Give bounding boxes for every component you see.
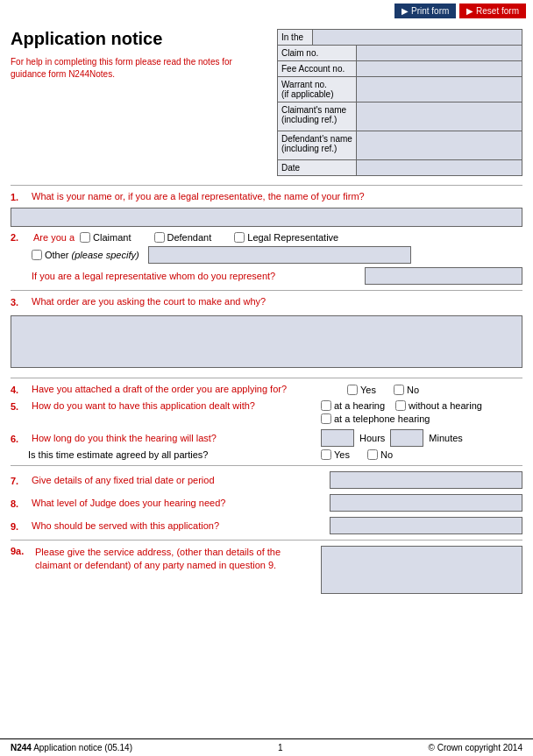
claim-no-label: Claim no. bbox=[278, 46, 357, 60]
q2-defendant-label: Defendant bbox=[167, 232, 212, 243]
q2-defendant-option[interactable]: Defendant bbox=[154, 232, 212, 243]
legal-rep-question: If you are a legal representative whom d… bbox=[11, 271, 365, 281]
q9a-textarea[interactable] bbox=[321, 546, 522, 594]
q6-text: How long do you think the hearing will l… bbox=[32, 433, 321, 443]
q9-input[interactable] bbox=[330, 517, 522, 534]
q6-yes-option[interactable]: Yes bbox=[321, 449, 350, 460]
q4-text: Have you attached a draft of the order y… bbox=[32, 384, 347, 394]
q4-no-label: No bbox=[407, 385, 419, 395]
legal-rep-input[interactable] bbox=[365, 267, 522, 285]
defendant-value[interactable] bbox=[357, 131, 522, 159]
q2-label: Are you a bbox=[33, 232, 75, 243]
q6-sub-question: Is this time estimate agreed by all part… bbox=[28, 449, 208, 460]
q6-no-checkbox[interactable] bbox=[367, 449, 378, 460]
q2-other-input[interactable] bbox=[148, 246, 411, 264]
q9a-section: 9a. Please give the service address, (ot… bbox=[11, 546, 522, 594]
q6-no-label: No bbox=[380, 449, 393, 460]
reset-button[interactable]: ▶ Reset form bbox=[459, 4, 526, 18]
q3-text: What order are you asking the court to m… bbox=[32, 296, 522, 307]
q8-text: What level of Judge does your hearing ne… bbox=[32, 498, 330, 508]
in-the-input[interactable] bbox=[316, 32, 518, 42]
q9a-num: 9a. bbox=[11, 546, 35, 556]
q7-text: Give details of any fixed trial date or … bbox=[32, 475, 330, 485]
help-text: For help in completing this form please … bbox=[11, 56, 266, 81]
q2-legalrep-checkbox[interactable] bbox=[234, 232, 245, 243]
q8-num: 8. bbox=[11, 498, 28, 509]
q2-other-checkbox[interactable] bbox=[32, 250, 42, 260]
court-info-box: In the Claim no. Fee Account no. Warrant… bbox=[277, 29, 522, 176]
q4-yes-label: Yes bbox=[360, 385, 376, 395]
q2-claimant-option[interactable]: Claimant bbox=[80, 232, 131, 243]
q7-section: 7. Give details of any fixed trial date … bbox=[11, 471, 522, 489]
q1-input[interactable] bbox=[11, 208, 522, 227]
q5-text: How do you want to have this application… bbox=[32, 400, 321, 411]
q4-yes-checkbox[interactable] bbox=[347, 385, 358, 395]
top-bar: ▶ Print form ▶ Reset form bbox=[0, 0, 533, 22]
q3-num: 3. bbox=[11, 297, 28, 307]
q2-legalrep-option[interactable]: Legal Representative bbox=[234, 232, 338, 243]
q8-input[interactable] bbox=[330, 494, 522, 512]
q5-hearing-option[interactable]: at a hearing bbox=[321, 400, 385, 411]
q5-hearing-checkbox[interactable] bbox=[321, 400, 331, 411]
q6-no-option[interactable]: No bbox=[367, 449, 393, 460]
q5-telephone-label: at a telephone hearing bbox=[334, 413, 430, 424]
claimant-value[interactable] bbox=[357, 102, 522, 131]
q3-section: 3. What order are you asking the court t… bbox=[11, 296, 522, 372]
q9-num: 9. bbox=[11, 521, 28, 532]
q8-section: 8. What level of Judge does your hearing… bbox=[11, 494, 522, 512]
q2-claimant-checkbox[interactable] bbox=[80, 232, 90, 243]
q4-section: 4. Have you attached a draft of the orde… bbox=[11, 384, 522, 395]
date-label: Date bbox=[278, 160, 357, 175]
q2-other-label: Other (please specify) bbox=[45, 250, 139, 260]
q2-claimant-label: Claimant bbox=[93, 232, 131, 243]
q4-yes-option[interactable]: Yes bbox=[347, 385, 376, 395]
q6-minutes-input[interactable] bbox=[390, 429, 423, 447]
date-value[interactable] bbox=[357, 160, 522, 175]
q6-minutes-label: Minutes bbox=[429, 433, 463, 443]
q7-input[interactable] bbox=[330, 471, 522, 489]
defendant-label: Defendant's name (including ref.) bbox=[278, 131, 357, 159]
footer: N244 Application notice (05.14) 1 © Crow… bbox=[0, 738, 533, 756]
q5-section: 5. How do you want to have this applicat… bbox=[11, 400, 522, 424]
q4-no-checkbox[interactable] bbox=[394, 385, 404, 395]
footer-copyright: © Crown copyright 2014 bbox=[429, 743, 522, 752]
in-the-label: In the bbox=[278, 30, 313, 45]
claimant-label: Claimant's name (including ref.) bbox=[278, 102, 357, 131]
q6-num: 6. bbox=[11, 434, 28, 444]
q2-section: 2. Are you a Claimant Defendant Legal Re… bbox=[11, 232, 522, 285]
q5-telephone-option[interactable]: at a telephone hearing bbox=[321, 413, 430, 424]
q5-without-label: without a hearing bbox=[409, 400, 482, 411]
q4-no-option[interactable]: No bbox=[394, 385, 419, 395]
footer-form-title: Application notice (05.14) bbox=[33, 743, 132, 752]
q2-num: 2. bbox=[11, 232, 28, 243]
q5-num: 5. bbox=[11, 401, 28, 412]
q3-textarea[interactable] bbox=[11, 315, 522, 368]
fee-account-label: Fee Account no. bbox=[278, 61, 357, 76]
page-title: Application notice bbox=[11, 29, 266, 49]
q5-hearing-label: at a hearing bbox=[334, 400, 385, 411]
q6-hours-label: Hours bbox=[359, 433, 385, 443]
fee-account-value[interactable] bbox=[357, 61, 522, 76]
q1-section: 1. What is your name or, if you are a le… bbox=[11, 191, 522, 227]
warrant-label: Warrant no. (if applicable) bbox=[278, 77, 357, 102]
print-button[interactable]: ▶ Print form bbox=[394, 4, 456, 18]
q1-text: What is your name or, if you are a legal… bbox=[32, 191, 522, 201]
q6-hours-input[interactable] bbox=[321, 429, 354, 447]
in-the-value[interactable] bbox=[313, 30, 522, 45]
q5-without-checkbox[interactable] bbox=[395, 400, 406, 411]
q9a-text: Please give the service address, (other … bbox=[35, 546, 314, 573]
q1-num: 1. bbox=[11, 192, 28, 202]
q7-num: 7. bbox=[11, 476, 28, 486]
q2-defendant-checkbox[interactable] bbox=[154, 232, 165, 243]
q2-other-option[interactable]: Other (please specify) bbox=[32, 250, 139, 260]
q6-yes-label: Yes bbox=[334, 449, 350, 460]
warrant-value[interactable] bbox=[357, 77, 522, 102]
footer-page-num: 1 bbox=[278, 743, 283, 752]
footer-form-code: N244 bbox=[11, 743, 32, 752]
q5-without-option[interactable]: without a hearing bbox=[395, 400, 482, 411]
q2-legalrep-label: Legal Representative bbox=[247, 232, 338, 243]
q6-section: 6. How long do you think the hearing wil… bbox=[11, 429, 522, 460]
claim-no-value[interactable] bbox=[357, 46, 522, 60]
q6-yes-checkbox[interactable] bbox=[321, 449, 331, 460]
q5-telephone-checkbox[interactable] bbox=[321, 413, 331, 424]
